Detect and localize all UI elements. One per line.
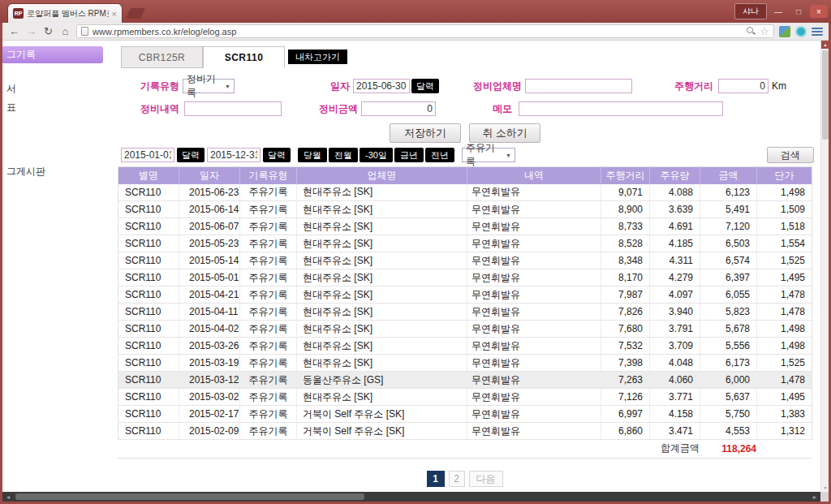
tab-close-icon[interactable]: ×: [112, 9, 117, 19]
horizontal-scrollbar[interactable]: ◄ ►: [2, 492, 820, 502]
save-button[interactable]: 저장하기: [390, 123, 461, 143]
start-date-input[interactable]: [121, 148, 174, 162]
table-row[interactable]: SCR110 2015-03-12 주유기록 동울산주유소 [GS] 무연휘발유…: [118, 372, 812, 389]
sidebar-item-3[interactable]: 표: [2, 101, 16, 114]
url-text[interactable]: www.rpmembers.co.kr/elog/elog.asp: [93, 27, 743, 37]
bookmark-star-icon[interactable]: ☆: [760, 25, 769, 37]
back-icon[interactable]: ←: [8, 26, 20, 37]
memo-input[interactable]: [519, 101, 723, 116]
shop-input[interactable]: [525, 79, 632, 93]
table-row[interactable]: SCR110 2015-03-26 주유기록 현대주유소 [SK] 무연휘발유 …: [118, 338, 812, 355]
next-page-button[interactable]: 다음: [469, 471, 503, 487]
cell-unit-price: 1,478: [757, 286, 812, 304]
tab-cbr125r[interactable]: CBR125R: [121, 46, 203, 68]
home-icon[interactable]: ⌂: [59, 26, 71, 37]
vertical-scroll-thumb[interactable]: [822, 50, 829, 140]
odometer-unit: Km: [772, 80, 786, 92]
table-row[interactable]: SCR110 2015-05-23 주유기록 현대주유소 [SK] 무연휘발유 …: [118, 235, 812, 252]
cell-nickname: SCR110: [118, 218, 179, 235]
cell-shop: 현대주유소 [SK]: [297, 184, 467, 201]
calendar-button[interactable]: 달력: [411, 79, 439, 93]
range-buttons: 당월 전월 -30일 금년 전년: [298, 148, 454, 162]
cost-input[interactable]: [361, 101, 436, 116]
scroll-right-icon[interactable]: ►: [809, 492, 820, 502]
cell-price: 4,553: [700, 423, 757, 440]
url-bar[interactable]: www.rpmembers.co.kr/elog/elog.asp ☆: [76, 24, 774, 38]
start-calendar-button[interactable]: 달력: [177, 148, 205, 162]
end-calendar-button[interactable]: 달력: [263, 148, 291, 162]
record-type-filter-select[interactable]: 주유기록 ▼: [462, 148, 515, 162]
table-row[interactable]: SCR110 2015-03-19 주유기록 현대주유소 [SK] 무연휘발유 …: [118, 355, 812, 372]
search-button[interactable]: 검색: [767, 147, 814, 163]
header-record-type: 기록유형: [240, 167, 297, 184]
table-row[interactable]: SCR110 2015-05-01 주유기록 현대주유소 [SK] 무연휘발유 …: [118, 269, 812, 286]
cell-nickname: SCR110: [118, 184, 179, 201]
cell-unit-price: 1,498: [757, 321, 812, 338]
date-input[interactable]: [353, 79, 410, 93]
chevron-down-icon: ▼: [225, 84, 230, 89]
shop-label: 정비업체명: [470, 80, 522, 93]
address-toolbar: ← → ↻ ⌂ www.rpmembers.co.kr/elog/elog.as…: [2, 23, 829, 41]
table-row[interactable]: SCR110 2015-03-02 주유기록 현대주유소 [SK] 무연휘발유 …: [118, 389, 812, 406]
range-this-month-button[interactable]: 당월: [298, 148, 327, 162]
cell-unit-price: 1,495: [757, 389, 812, 406]
cell-detail: 무연휘발유: [467, 423, 601, 440]
header-fuel-amount: 주유량: [650, 167, 700, 184]
browser-window: RP 로얄퍼플 멤버스 RPM로.. × 샤나 — □ × ← → ↻ ⌂ ww…: [0, 0, 831, 504]
page-2-button[interactable]: 2: [449, 471, 465, 487]
minimize-button[interactable]: —: [769, 5, 787, 18]
end-date-input[interactable]: [207, 148, 260, 162]
cell-shop: 현대주유소 [SK]: [297, 218, 467, 235]
sidebar-item-2[interactable]: 서: [2, 82, 16, 96]
scroll-up-icon[interactable]: ▲: [821, 41, 829, 49]
cell-unit-price: 1,525: [757, 252, 812, 269]
go-to-garage-button[interactable]: 내차고가기: [288, 50, 347, 64]
cell-detail: 무연휘발유: [467, 389, 601, 406]
extension-icon-2[interactable]: [795, 26, 807, 37]
table-row[interactable]: SCR110 2015-04-21 주유기록 현대주유소 [SK] 무연휘발유 …: [118, 286, 812, 304]
cell-fuel-amount: 3.771: [650, 389, 700, 406]
scroll-left-icon[interactable]: ◄: [2, 492, 14, 502]
browser-tab[interactable]: RP 로얄퍼플 멤버스 RPM로.. ×: [7, 3, 123, 23]
menu-icon[interactable]: [812, 28, 823, 36]
extension-icon-1[interactable]: [779, 26, 790, 37]
cancel-button[interactable]: 취 소하기: [469, 123, 540, 143]
table-row[interactable]: SCR110 2015-02-09 주유기록 거북이 Self 주유소 [SK]…: [118, 423, 812, 440]
shana-badge[interactable]: 샤나: [734, 3, 767, 19]
new-tab-button[interactable]: [126, 8, 145, 19]
range-30days-button[interactable]: -30일: [360, 148, 393, 162]
cell-detail: 무연휘발유: [467, 304, 601, 321]
vertical-scrollbar[interactable]: ▲ ▼: [820, 41, 829, 492]
sidebar-item-records[interactable]: 그기록: [2, 46, 103, 63]
page-icon: [81, 27, 88, 36]
page-1-button[interactable]: 1: [427, 471, 445, 487]
horizontal-scroll-thumb[interactable]: [15, 493, 364, 500]
cell-fuel-amount: 3.471: [650, 423, 700, 440]
table-row[interactable]: SCR110 2015-04-11 주유기록 현대주유소 [SK] 무연휘발유 …: [118, 304, 812, 321]
range-prev-month-button[interactable]: 전월: [329, 148, 358, 162]
refresh-icon[interactable]: ↻: [42, 26, 54, 37]
maximize-button[interactable]: □: [790, 5, 807, 18]
table-row[interactable]: SCR110 2015-06-14 주유기록 현대주유소 [SK] 무연휘발유 …: [118, 201, 812, 218]
table-row[interactable]: SCR110 2015-06-23 주유기록 현대주유소 [SK] 무연휘발유 …: [118, 184, 812, 201]
sidebar-item-board[interactable]: 그게시판: [2, 165, 45, 179]
table-row[interactable]: SCR110 2015-05-14 주유기록 현대주유소 [SK] 무연휘발유 …: [118, 252, 812, 269]
scroll-down-icon[interactable]: ▼: [821, 484, 829, 492]
cell-detail: 무연휘발유: [467, 406, 601, 423]
forward-icon[interactable]: →: [25, 26, 37, 37]
close-button[interactable]: ×: [810, 5, 828, 18]
record-type-select[interactable]: 정비기록 ▼: [183, 79, 235, 93]
table-row[interactable]: SCR110 2015-04-02 주유기록 현대주유소 [SK] 무연휘발유 …: [118, 321, 812, 338]
cell-fuel-amount: 3.940: [650, 304, 700, 321]
table-row[interactable]: SCR110 2015-06-07 주유기록 현대주유소 [SK] 무연휘발유 …: [118, 218, 812, 235]
range-this-year-button[interactable]: 금년: [394, 148, 424, 162]
range-prev-year-button[interactable]: 전년: [425, 148, 454, 162]
table-row[interactable]: SCR110 2015-02-17 주유기록 거북이 Self 주유소 [SK]…: [118, 406, 812, 423]
tab-scr110[interactable]: SCR110: [203, 46, 285, 68]
detail-input[interactable]: [184, 101, 282, 116]
cell-price: 5,637: [700, 389, 757, 406]
search-icon[interactable]: [747, 27, 756, 36]
odometer-input[interactable]: [718, 79, 769, 93]
cell-date: 2015-05-01: [179, 269, 240, 286]
chevron-down-icon: ▼: [506, 153, 511, 158]
